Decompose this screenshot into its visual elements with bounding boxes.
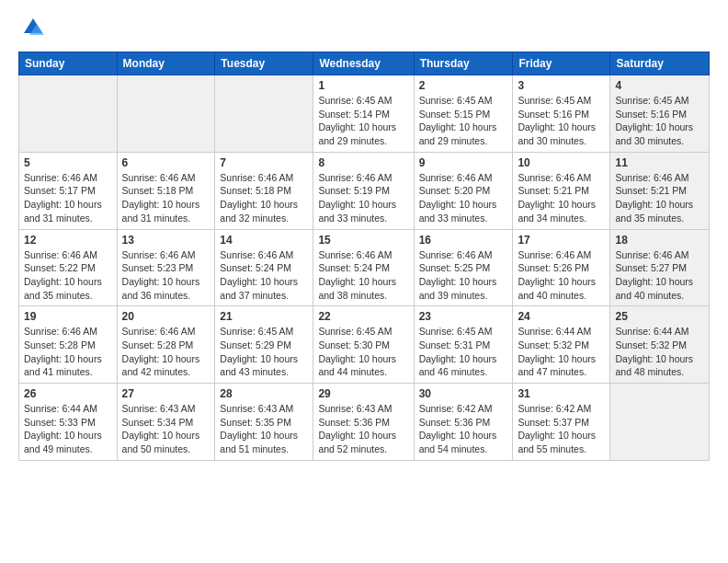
day-header-sunday: Sunday <box>19 52 118 75</box>
day-cell: 2Sunrise: 6:45 AM Sunset: 5:15 PM Daylig… <box>414 75 513 153</box>
day-cell: 31Sunrise: 6:42 AM Sunset: 5:37 PM Dayli… <box>513 384 610 461</box>
week-row-2: 5Sunrise: 6:46 AM Sunset: 5:17 PM Daylig… <box>19 152 710 229</box>
day-cell: 12Sunrise: 6:46 AM Sunset: 5:22 PM Dayli… <box>19 229 118 306</box>
day-number: 11 <box>615 156 704 169</box>
day-info: Sunrise: 6:42 AM Sunset: 5:37 PM Dayligh… <box>518 402 605 456</box>
day-info: Sunrise: 6:45 AM Sunset: 5:29 PM Dayligh… <box>220 325 308 379</box>
day-info: Sunrise: 6:46 AM Sunset: 5:19 PM Dayligh… <box>318 171 408 225</box>
day-number: 8 <box>318 156 408 169</box>
day-info: Sunrise: 6:46 AM Sunset: 5:18 PM Dayligh… <box>122 171 210 225</box>
day-info: Sunrise: 6:45 AM Sunset: 5:16 PM Dayligh… <box>615 94 704 148</box>
day-info: Sunrise: 6:46 AM Sunset: 5:21 PM Dayligh… <box>615 171 704 225</box>
day-number: 30 <box>419 387 508 400</box>
day-cell: 29Sunrise: 6:43 AM Sunset: 5:36 PM Dayli… <box>313 384 414 461</box>
day-cell: 24Sunrise: 6:44 AM Sunset: 5:32 PM Dayli… <box>513 306 610 384</box>
day-number: 4 <box>615 79 704 92</box>
day-cell <box>215 75 313 153</box>
day-cell: 23Sunrise: 6:45 AM Sunset: 5:31 PM Dayli… <box>414 306 513 384</box>
day-number: 29 <box>318 387 408 400</box>
day-cell: 15Sunrise: 6:46 AM Sunset: 5:24 PM Dayli… <box>313 229 414 306</box>
day-info: Sunrise: 6:43 AM Sunset: 5:34 PM Dayligh… <box>122 402 210 456</box>
day-header-monday: Monday <box>117 52 215 75</box>
day-info: Sunrise: 6:43 AM Sunset: 5:35 PM Dayligh… <box>220 402 308 456</box>
day-cell <box>117 75 215 153</box>
day-cell: 8Sunrise: 6:46 AM Sunset: 5:19 PM Daylig… <box>313 152 414 229</box>
day-cell: 10Sunrise: 6:46 AM Sunset: 5:21 PM Dayli… <box>513 152 610 229</box>
day-info: Sunrise: 6:46 AM Sunset: 5:20 PM Dayligh… <box>419 171 508 225</box>
day-header-wednesday: Wednesday <box>313 52 414 75</box>
day-info: Sunrise: 6:45 AM Sunset: 5:31 PM Dayligh… <box>419 325 508 379</box>
day-cell: 30Sunrise: 6:42 AM Sunset: 5:36 PM Dayli… <box>414 384 513 461</box>
day-number: 10 <box>518 156 605 169</box>
week-row-3: 12Sunrise: 6:46 AM Sunset: 5:22 PM Dayli… <box>19 229 710 306</box>
week-row-1: 1Sunrise: 6:45 AM Sunset: 5:14 PM Daylig… <box>19 75 710 153</box>
day-info: Sunrise: 6:46 AM Sunset: 5:24 PM Dayligh… <box>318 248 408 303</box>
day-info: Sunrise: 6:45 AM Sunset: 5:16 PM Dayligh… <box>518 94 605 148</box>
logo-icon <box>20 15 46 40</box>
day-cell: 27Sunrise: 6:43 AM Sunset: 5:34 PM Dayli… <box>117 384 215 461</box>
day-info: Sunrise: 6:46 AM Sunset: 5:27 PM Dayligh… <box>615 248 704 303</box>
day-info: Sunrise: 6:46 AM Sunset: 5:28 PM Dayligh… <box>24 325 112 379</box>
day-number: 6 <box>122 156 210 169</box>
day-number: 20 <box>122 310 210 323</box>
day-cell: 5Sunrise: 6:46 AM Sunset: 5:17 PM Daylig… <box>19 152 118 229</box>
day-number: 2 <box>419 79 508 92</box>
day-number: 5 <box>24 156 112 169</box>
day-cell <box>610 384 710 461</box>
day-cell: 1Sunrise: 6:45 AM Sunset: 5:14 PM Daylig… <box>313 75 414 153</box>
day-info: Sunrise: 6:46 AM Sunset: 5:24 PM Dayligh… <box>220 248 308 303</box>
day-info: Sunrise: 6:44 AM Sunset: 5:33 PM Dayligh… <box>24 402 112 456</box>
day-info: Sunrise: 6:45 AM Sunset: 5:30 PM Dayligh… <box>318 325 408 379</box>
day-info: Sunrise: 6:44 AM Sunset: 5:32 PM Dayligh… <box>615 325 704 379</box>
day-cell: 7Sunrise: 6:46 AM Sunset: 5:18 PM Daylig… <box>215 152 313 229</box>
day-number: 26 <box>24 387 112 400</box>
day-number: 25 <box>615 310 704 323</box>
day-number: 3 <box>518 79 605 92</box>
day-cell: 28Sunrise: 6:43 AM Sunset: 5:35 PM Dayli… <box>215 384 313 461</box>
header <box>18 15 710 40</box>
day-cell: 16Sunrise: 6:46 AM Sunset: 5:25 PM Dayli… <box>414 229 513 306</box>
day-info: Sunrise: 6:46 AM Sunset: 5:28 PM Dayligh… <box>122 325 210 379</box>
day-cell: 19Sunrise: 6:46 AM Sunset: 5:28 PM Dayli… <box>19 306 118 384</box>
day-info: Sunrise: 6:42 AM Sunset: 5:36 PM Dayligh… <box>419 402 508 456</box>
day-number: 21 <box>220 310 308 323</box>
day-cell: 3Sunrise: 6:45 AM Sunset: 5:16 PM Daylig… <box>513 75 610 153</box>
calendar-table: SundayMondayTuesdayWednesdayThursdayFrid… <box>18 52 710 461</box>
day-header-row: SundayMondayTuesdayWednesdayThursdayFrid… <box>19 52 710 75</box>
day-info: Sunrise: 6:44 AM Sunset: 5:32 PM Dayligh… <box>518 325 605 379</box>
week-row-5: 26Sunrise: 6:44 AM Sunset: 5:33 PM Dayli… <box>19 384 710 461</box>
day-info: Sunrise: 6:46 AM Sunset: 5:23 PM Dayligh… <box>122 248 210 303</box>
logo <box>18 15 46 40</box>
day-info: Sunrise: 6:46 AM Sunset: 5:17 PM Dayligh… <box>24 171 112 225</box>
day-number: 23 <box>419 310 508 323</box>
day-number: 14 <box>220 234 308 247</box>
day-info: Sunrise: 6:45 AM Sunset: 5:14 PM Dayligh… <box>318 94 408 148</box>
page: SundayMondayTuesdayWednesdayThursdayFrid… <box>0 0 728 476</box>
day-number: 18 <box>615 234 704 247</box>
day-number: 31 <box>518 387 605 400</box>
day-cell: 9Sunrise: 6:46 AM Sunset: 5:20 PM Daylig… <box>414 152 513 229</box>
day-cell: 17Sunrise: 6:46 AM Sunset: 5:26 PM Dayli… <box>513 229 610 306</box>
day-number: 24 <box>518 310 605 323</box>
day-cell: 13Sunrise: 6:46 AM Sunset: 5:23 PM Dayli… <box>117 229 215 306</box>
day-cell: 22Sunrise: 6:45 AM Sunset: 5:30 PM Dayli… <box>313 306 414 384</box>
day-header-friday: Friday <box>513 52 610 75</box>
day-cell: 4Sunrise: 6:45 AM Sunset: 5:16 PM Daylig… <box>610 75 710 153</box>
day-cell: 14Sunrise: 6:46 AM Sunset: 5:24 PM Dayli… <box>215 229 313 306</box>
day-info: Sunrise: 6:46 AM Sunset: 5:26 PM Dayligh… <box>518 248 605 303</box>
day-number: 1 <box>318 79 408 92</box>
day-number: 13 <box>122 234 210 247</box>
day-info: Sunrise: 6:43 AM Sunset: 5:36 PM Dayligh… <box>318 402 408 456</box>
day-header-thursday: Thursday <box>414 52 513 75</box>
day-number: 12 <box>24 234 112 247</box>
day-number: 27 <box>122 387 210 400</box>
day-number: 22 <box>318 310 408 323</box>
day-number: 19 <box>24 310 112 323</box>
day-cell: 18Sunrise: 6:46 AM Sunset: 5:27 PM Dayli… <box>610 229 710 306</box>
day-header-saturday: Saturday <box>610 52 710 75</box>
day-number: 15 <box>318 234 408 247</box>
day-info: Sunrise: 6:46 AM Sunset: 5:18 PM Dayligh… <box>220 171 308 225</box>
day-info: Sunrise: 6:45 AM Sunset: 5:15 PM Dayligh… <box>419 94 508 148</box>
day-info: Sunrise: 6:46 AM Sunset: 5:25 PM Dayligh… <box>419 248 508 303</box>
day-number: 9 <box>419 156 508 169</box>
